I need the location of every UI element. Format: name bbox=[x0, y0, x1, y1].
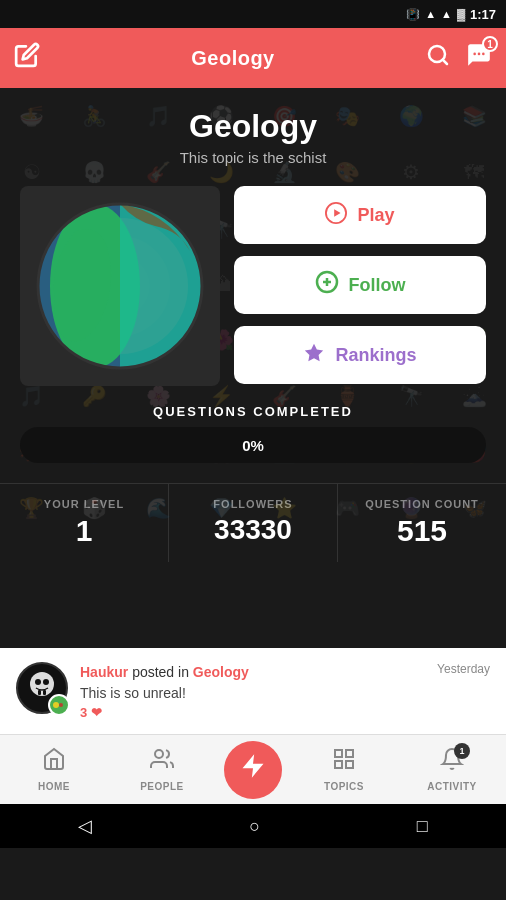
feed-text: Haukur posted in Geology bbox=[80, 662, 249, 683]
svg-point-3 bbox=[478, 53, 481, 56]
avatar-wrap bbox=[16, 662, 68, 714]
svg-line-1 bbox=[443, 60, 447, 64]
svg-point-4 bbox=[482, 53, 485, 56]
activity-icon-wrap: 1 bbox=[440, 747, 464, 777]
bottom-nav: HOME PEOPLE bbox=[0, 734, 506, 804]
play-icon bbox=[325, 202, 347, 229]
svg-point-25 bbox=[59, 703, 63, 707]
svg-point-24 bbox=[53, 702, 59, 708]
signal-icon: ▲ bbox=[425, 8, 436, 20]
svg-point-20 bbox=[43, 679, 49, 685]
main-content: 🍜🚴🎵⚽🎯🎭🌍📚 ☯💀🎸🌙🔬🎨⚙🗺 🎮🎲🏆🔭💎🎪🔮🌋 ⭐🦁🎼🏔🌊🔬🎯🗿 🛒🎺🦋🌺… bbox=[0, 88, 506, 648]
rankings-label: Rankings bbox=[335, 345, 416, 366]
recent-button[interactable]: □ bbox=[417, 816, 428, 837]
android-bar: ◁ ○ □ bbox=[0, 804, 506, 848]
search-button[interactable] bbox=[426, 43, 450, 73]
back-button[interactable]: ◁ bbox=[78, 815, 92, 837]
questions-label: QUESTIONS COMPLETED bbox=[20, 404, 486, 419]
feed-time: Yesterday bbox=[437, 662, 490, 676]
feed-topic[interactable]: Geology bbox=[193, 664, 249, 680]
progress-bar: 0% bbox=[20, 427, 486, 463]
follow-button[interactable]: Follow bbox=[234, 256, 486, 314]
globe-container bbox=[20, 186, 220, 386]
feed-action: posted in bbox=[132, 664, 193, 680]
progress-text: 0% bbox=[242, 437, 264, 454]
nav-right: 1 bbox=[426, 42, 492, 74]
svg-rect-22 bbox=[43, 690, 46, 695]
action-buttons: Play Follow bbox=[234, 186, 486, 384]
nav-topics[interactable]: TOPICS bbox=[290, 747, 398, 792]
follow-label: Follow bbox=[349, 275, 406, 296]
topic-subtitle: This topic is the schist bbox=[20, 149, 486, 166]
edit-button[interactable] bbox=[14, 42, 40, 74]
activity-badge: 1 bbox=[454, 743, 470, 759]
nav-people[interactable]: PEOPLE bbox=[108, 747, 216, 792]
nav-home[interactable]: HOME bbox=[0, 747, 108, 792]
people-label: PEOPLE bbox=[140, 781, 184, 792]
status-bar: 📳 ▲ ▲ ▓ 1:17 bbox=[0, 0, 506, 28]
page-title: Geology bbox=[191, 47, 275, 70]
svg-rect-30 bbox=[346, 761, 353, 768]
topic-title: Geology bbox=[20, 108, 486, 145]
activity-feed: Haukur posted in Geology Yesterday This … bbox=[0, 648, 506, 734]
globe-image bbox=[35, 201, 205, 371]
rankings-icon bbox=[303, 342, 325, 369]
wifi-icon: ▲ bbox=[441, 8, 452, 20]
follow-icon bbox=[315, 270, 339, 300]
svg-marker-27 bbox=[243, 754, 264, 777]
home-button[interactable]: ○ bbox=[249, 816, 260, 837]
topics-label: TOPICS bbox=[324, 781, 364, 792]
svg-point-18 bbox=[30, 672, 54, 696]
svg-marker-13 bbox=[335, 209, 341, 216]
status-icons: 📳 ▲ ▲ ▓ 1:17 bbox=[406, 7, 496, 22]
play-center-button[interactable] bbox=[224, 741, 282, 799]
people-icon bbox=[150, 747, 174, 777]
content-area: Geology This topic is the schist bbox=[0, 88, 506, 483]
svg-point-26 bbox=[155, 750, 163, 758]
chat-badge: 1 bbox=[482, 36, 498, 52]
svg-rect-28 bbox=[335, 750, 342, 757]
status-time: 1:17 bbox=[470, 7, 496, 22]
feed-content: Haukur posted in Geology Yesterday This … bbox=[80, 662, 490, 720]
feed-likes[interactable]: 3 ❤ bbox=[80, 705, 490, 720]
lightning-icon bbox=[239, 752, 267, 787]
feed-meta: Haukur posted in Geology Yesterday bbox=[80, 662, 490, 683]
nav-activity[interactable]: 1 ACTIVITY bbox=[398, 747, 506, 792]
battery-icon: ▓ bbox=[457, 8, 465, 20]
activity-label: ACTIVITY bbox=[427, 781, 477, 792]
feed-username[interactable]: Haukur bbox=[80, 664, 128, 680]
topics-icon bbox=[332, 747, 356, 777]
card-area: Play Follow bbox=[20, 186, 486, 386]
vibrate-icon: 📳 bbox=[406, 8, 420, 21]
svg-rect-31 bbox=[335, 761, 342, 768]
svg-point-2 bbox=[473, 53, 476, 56]
home-icon bbox=[42, 747, 66, 777]
home-label: HOME bbox=[38, 781, 70, 792]
svg-point-19 bbox=[35, 679, 41, 685]
chat-button[interactable]: 1 bbox=[466, 42, 492, 74]
likes-count: 3 bbox=[80, 705, 87, 720]
questions-section: QUESTIONS COMPLETED 0% bbox=[20, 404, 486, 463]
avatar-topic-badge bbox=[48, 694, 70, 716]
svg-rect-29 bbox=[346, 750, 353, 757]
rankings-button[interactable]: Rankings bbox=[234, 326, 486, 384]
heart-icon: ❤ bbox=[91, 705, 102, 720]
feed-message: This is so unreal! bbox=[80, 685, 490, 701]
play-label: Play bbox=[357, 205, 394, 226]
nav-center[interactable] bbox=[216, 741, 290, 799]
svg-rect-21 bbox=[38, 690, 41, 695]
top-nav: Geology 1 bbox=[0, 28, 506, 88]
play-button[interactable]: Play bbox=[234, 186, 486, 244]
